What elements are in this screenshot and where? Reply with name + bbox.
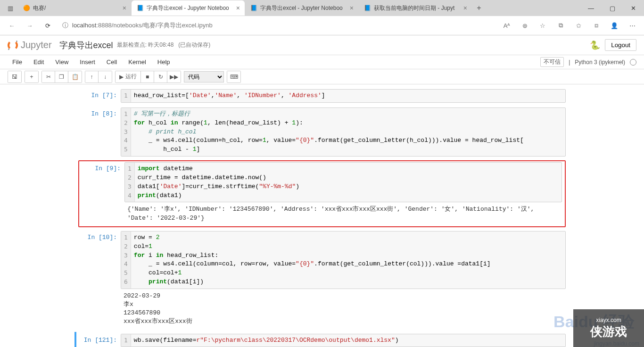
text-size-icon[interactable]: Aᴬ [499,18,515,33]
menu-help[interactable]: Help [153,58,175,66]
cell-prompt: In [8]: [78,107,121,157]
kernel-name: Python 3 (ipykernel) [575,59,625,66]
menu-kernel[interactable]: Kernel [124,58,151,66]
forward-button: → [22,18,38,33]
cut-button[interactable]: ✂ [42,71,55,83]
code-input[interactable]: 1 wb.save(filename=r"F:\pycharm\class\20… [121,334,566,347]
extensions-icon[interactable]: ⧉ [553,18,569,33]
cell-type-select[interactable]: 代码 [184,71,224,83]
favicon-icon: 📘 [136,4,144,12]
code-input[interactable]: 12345 # 写第一行，标题行 for h_col in range(1, l… [121,107,566,157]
code-input[interactable]: 123456 row = 2 col=1 for i in head_row_l… [121,231,566,289]
url-path: :8888/notebooks/电赛/字典导出excel.ipynb [96,22,212,29]
corner-name: 侠游戏 [590,323,627,340]
maximize-button[interactable]: ▢ [602,0,623,16]
close-button[interactable]: ✕ [623,0,644,16]
notebook-title[interactable]: 字典导出excel [59,40,113,51]
address-row: ← → ⟳ ⓘ localhost:8888/notebooks/电赛/字典导出… [0,16,644,35]
menu-file[interactable]: File [8,58,27,66]
save-button[interactable]: 🖫 [8,71,21,83]
browser-right-icons: Aᴬ ⊛ ☆ ⧉ ✩ ⧈ 👤 ⋯ [499,18,640,33]
jupyter-header: Jupyter 字典导出excel 最新检查点: 昨天08:48 (已自动保存)… [0,35,644,55]
cell-prompt: In [10]: [78,231,121,329]
restart-button[interactable]: ↻ [154,71,167,83]
code-cell-10[interactable]: In [10]: 123456 row = 2 col=1 for i in h… [74,229,570,331]
cell-output: {'Name': '李x', 'IDNumber': '1234567890',… [124,202,562,225]
cell-prompt: In [7]: [78,89,121,103]
refresh-button[interactable]: ⟳ [40,18,56,33]
restart-run-all-button[interactable]: ▶▶ [167,71,181,83]
logout-button[interactable]: Logout [605,39,636,51]
code-cell-8[interactable]: In [8]: 12345 # 写第一行，标题行 for h_col in ra… [74,106,570,158]
move-up-button[interactable]: ↑ [85,71,99,83]
tab-label: 获取当前电脑的时间日期 - Jupyt [374,4,461,12]
checkpoint-info: 最新检查点: 昨天08:48 (已自动保存) [117,41,211,49]
tab-bar: ▥ 🟠 电赛/ × 📘 字典导出excel - Jupyter Noteboo … [0,0,644,16]
cell-output: 2022-03-29 李x 1234567890 xxx省xxx市xxx区xxx… [121,289,566,329]
command-palette-button[interactable]: ⌨ [227,71,240,83]
favorites-icon[interactable]: ✩ [570,18,586,33]
favicon-icon: 🟠 [23,4,30,12]
tab-actions-icon[interactable]: ▥ [3,1,18,15]
corner-site: xiayx.com [596,317,621,323]
python-logo-icon: 🐍 [590,40,600,50]
untrusted-badge[interactable]: 不可信 [540,57,564,67]
cell-prompt: In [9]: [82,162,124,225]
jupyter-toolbar: 🖫 + ✂ ❐ 📋 ↑ ↓ ▶ 运行 ■ ↻ ▶▶ 代码 ⌨ [0,69,644,84]
url-bar[interactable]: ⓘ localhost:8888/notebooks/电赛/字典导出excel.… [58,18,497,33]
jupyter-page: Jupyter 字典导出excel 最新检查点: 昨天08:48 (已自动保存)… [0,35,644,347]
info-icon[interactable]: ⓘ [62,21,68,30]
minimize-button[interactable]: — [580,0,602,16]
close-icon[interactable]: × [463,4,467,12]
jupyter-menu: File Edit View Insert Cell Kernel Help 不… [0,55,644,69]
close-icon[interactable]: × [236,4,240,12]
cell-prompt: In [121]: [78,334,121,347]
code-input[interactable]: 1234 import datetime curr_time = datetim… [124,162,562,202]
browser-tab-3[interactable]: 📘 获取当前电脑的时间日期 - Jupyt × [359,0,472,16]
favorite-icon[interactable]: ☆ [535,18,551,33]
url-host: localhost [72,22,96,29]
add-cell-button[interactable]: + [25,71,38,83]
menu-edit[interactable]: Edit [29,58,49,66]
stop-button[interactable]: ■ [141,71,154,83]
window-controls: — ▢ ✕ [580,0,644,16]
read-aloud-icon[interactable]: ⊛ [517,18,533,33]
jupyter-brand: Jupyter [21,40,52,50]
close-icon[interactable]: × [123,4,126,12]
tab-label: 电赛/ [33,4,120,12]
code-cell-9[interactable]: In [9]: 1234 import datetime curr_time =… [78,160,566,227]
favicon-icon: 📘 [250,4,257,12]
code-cell-121[interactable]: In [121]: 1 wb.save(filename=r"F:\pychar… [74,332,570,347]
collections-icon[interactable]: ⧈ [588,18,604,33]
new-tab-button[interactable]: + [472,4,486,12]
notebook-container: In [7]: 1 head_row_list=['Date','Name', … [74,84,570,347]
paste-button[interactable]: 📋 [68,71,82,83]
tab-label: 字典导出excel - Jupyter Noteboo [147,4,233,12]
menu-cell[interactable]: Cell [102,58,122,66]
menu-icon[interactable]: ⋯ [624,18,640,33]
kernel-indicator-icon [630,59,636,66]
browser-tab-2[interactable]: 📘 字典导出excel - Jupyter Noteboo × [245,0,358,16]
code-input[interactable]: 1 head_row_list=['Date','Name', 'IDNumbe… [121,89,566,103]
run-button[interactable]: ▶ 运行 [116,71,141,83]
menu-insert[interactable]: Insert [75,58,100,66]
jupyter-logo-icon [8,40,18,50]
move-down-button[interactable]: ↓ [99,71,112,83]
jupyter-logo[interactable]: Jupyter [8,40,52,50]
copy-button[interactable]: ❐ [55,71,68,83]
browser-tab-1[interactable]: 📘 字典导出excel - Jupyter Noteboo × [132,0,245,16]
favicon-icon: 📘 [363,4,371,12]
code-cell-7[interactable]: In [7]: 1 head_row_list=['Date','Name', … [74,87,570,105]
browser-tab-0[interactable]: 🟠 电赛/ × [18,0,131,16]
close-icon[interactable]: × [350,4,354,12]
profile-icon[interactable]: 👤 [606,18,622,33]
back-button[interactable]: ← [4,18,20,33]
browser-chrome: ▥ 🟠 电赛/ × 📘 字典导出excel - Jupyter Noteboo … [0,0,644,35]
menu-view[interactable]: View [50,58,73,66]
tab-label: 字典导出excel - Jupyter Noteboo [260,4,347,12]
corner-ad: xiayx.com 侠游戏 [573,309,644,347]
